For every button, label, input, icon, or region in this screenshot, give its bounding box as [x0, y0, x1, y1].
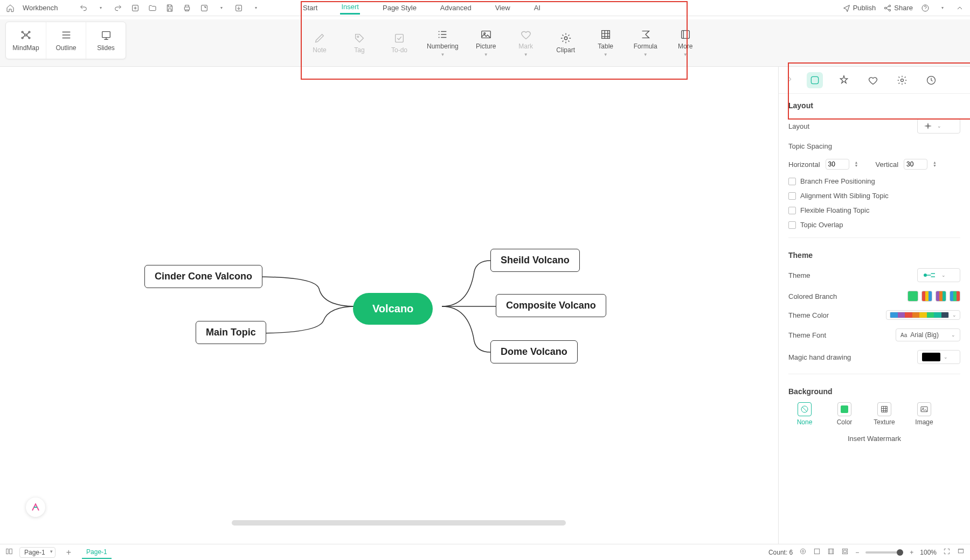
swatch-1[interactable]	[907, 291, 918, 302]
target-icon[interactable]	[799, 548, 807, 557]
view-mode-switcher: MindMap Outline Slides	[5, 22, 126, 59]
fit-selection-icon[interactable]	[841, 548, 849, 557]
check-3[interactable]: Topic Overlap	[779, 218, 970, 232]
zoom-in-icon[interactable]: +	[910, 549, 913, 556]
check-1[interactable]: Alignment With Sibling Topic	[779, 188, 970, 203]
mindmap-canvas[interactable]: Volcano Cinder Cone Valcono Main Topic S…	[0, 67, 778, 544]
ribbon-numbering[interactable]: Numbering▼	[427, 29, 459, 57]
page-select[interactable]: Page-1	[19, 547, 56, 558]
theme-font-select[interactable]: AaArial (Big)⌄	[896, 328, 960, 341]
tab-view[interactable]: View	[494, 2, 511, 14]
layout-select[interactable]: ⌄	[917, 118, 960, 134]
open-icon[interactable]	[148, 3, 157, 13]
home-icon[interactable]	[5, 3, 15, 13]
colored-branch-swatches	[907, 291, 960, 302]
horizontal-stepper[interactable]: ▲▼	[855, 161, 858, 167]
ribbon-formula[interactable]: Formula▼	[633, 29, 658, 57]
swatch-4[interactable]	[950, 291, 960, 302]
pages-panel-icon[interactable]	[5, 548, 13, 557]
fit-width-icon[interactable]	[827, 548, 835, 557]
ribbon-more[interactable]: More▼	[673, 29, 698, 57]
svg-rect-36	[844, 550, 847, 553]
tab-insert[interactable]: Insert	[340, 1, 360, 15]
undo-dropdown-icon[interactable]: ▾	[96, 3, 106, 13]
layout-label: Layout	[788, 122, 912, 130]
ribbon-picture[interactable]: Picture▼	[474, 29, 498, 57]
ribbon-note: Note	[307, 32, 332, 54]
help-icon[interactable]	[920, 3, 930, 13]
fit-page-icon[interactable]	[813, 548, 821, 557]
import-icon[interactable]	[234, 3, 244, 13]
bg-option-image[interactable]: Image	[908, 402, 940, 426]
horizontal-scrollbar[interactable]	[232, 520, 566, 526]
panel-tab-style[interactable]	[836, 72, 852, 88]
zoom-slider[interactable]	[865, 551, 903, 554]
undo-icon[interactable]	[79, 3, 88, 13]
ribbon-to-do: To-do	[387, 32, 412, 54]
ribbon-tag: Tag	[347, 32, 372, 54]
magic-hand-select[interactable]: ⌄	[917, 350, 960, 364]
redo-icon[interactable]	[113, 3, 123, 13]
help-dropdown-icon[interactable]: ▾	[938, 3, 947, 13]
svg-rect-1	[184, 7, 189, 10]
import-dropdown-icon[interactable]: ▾	[251, 3, 261, 13]
share-button[interactable]: Share	[883, 4, 913, 12]
tab-ai[interactable]: AI	[533, 2, 542, 14]
node-right-2[interactable]: Dome Volcano	[490, 340, 578, 363]
ribbon-table[interactable]: Table▼	[593, 29, 618, 57]
background-title: Background	[779, 380, 970, 400]
bg-option-none[interactable]: None	[788, 402, 821, 426]
presentation-icon[interactable]	[957, 548, 965, 557]
panel-tab-icon[interactable]	[865, 72, 881, 88]
magic-hand-label: Magic hand drawing	[788, 353, 912, 361]
vertical-stepper[interactable]: ▲▼	[933, 161, 937, 167]
insert-watermark-button[interactable]: Insert Watermark	[779, 431, 970, 446]
panel-tab-history[interactable]	[923, 72, 939, 88]
svg-rect-24	[927, 125, 929, 127]
node-right-0[interactable]: Sheild Volcano	[490, 249, 580, 272]
main-menu-tabs: Start Insert Page Style Advanced View AI	[302, 0, 542, 15]
bg-option-color[interactable]: Color	[828, 402, 861, 426]
theme-color-label: Theme Color	[788, 311, 881, 319]
vertical-input[interactable]	[904, 159, 927, 170]
swatch-3[interactable]	[936, 291, 946, 302]
tab-page-style[interactable]: Page Style	[382, 2, 418, 14]
export-icon[interactable]	[199, 3, 209, 13]
svg-point-25	[924, 274, 927, 277]
view-mode-slides[interactable]: Slides	[86, 22, 126, 59]
check-2[interactable]: Flexible Floating Topic	[779, 203, 970, 218]
add-page-button[interactable]: +	[62, 548, 75, 557]
swatch-2[interactable]	[922, 291, 932, 302]
node-center[interactable]: Volcano	[353, 293, 433, 325]
svg-rect-2	[201, 5, 207, 11]
new-icon[interactable]	[130, 3, 140, 13]
node-left-1[interactable]: Main Topic	[196, 321, 266, 344]
tab-advanced[interactable]: Advanced	[439, 2, 473, 14]
theme-color-select[interactable]: ⌄	[886, 310, 960, 320]
node-left-0[interactable]: Cinder Cone Valcono	[144, 265, 262, 288]
panel-tab-settings[interactable]	[894, 72, 910, 88]
tab-start[interactable]: Start	[302, 2, 318, 14]
panel-tab-layout[interactable]	[807, 72, 823, 88]
panel-collapse-icon[interactable]	[786, 75, 794, 85]
horizontal-input[interactable]	[826, 159, 849, 170]
bg-option-texture[interactable]: Texture	[868, 402, 900, 426]
export-dropdown-icon[interactable]: ▾	[217, 3, 226, 13]
zoom-out-icon[interactable]: −	[855, 549, 859, 556]
print-icon[interactable]	[182, 3, 192, 13]
ribbon-clipart[interactable]: Clipart	[553, 32, 578, 54]
view-mode-outline[interactable]: Outline	[46, 22, 86, 59]
fullscreen-icon[interactable]	[943, 548, 951, 557]
workbench-label[interactable]: Workbench	[23, 4, 58, 12]
publish-button[interactable]: Publish	[842, 4, 876, 12]
collapse-up-icon[interactable]	[955, 3, 965, 13]
ribbon-mark: Mark▼	[514, 29, 538, 57]
check-0[interactable]: Branch Free Positioning	[779, 174, 970, 188]
node-right-1[interactable]: Composite Volcano	[496, 294, 606, 317]
view-mode-mindmap[interactable]: MindMap	[6, 22, 46, 59]
page-tab-1[interactable]: Page-1	[82, 546, 112, 559]
app-logo-bubble[interactable]	[26, 498, 45, 517]
insert-ribbon: NoteTagTo-doNumbering▼Picture▼Mark▼Clipa…	[0, 19, 970, 67]
theme-select[interactable]: ⌄	[917, 268, 960, 282]
save-icon[interactable]	[165, 3, 175, 13]
